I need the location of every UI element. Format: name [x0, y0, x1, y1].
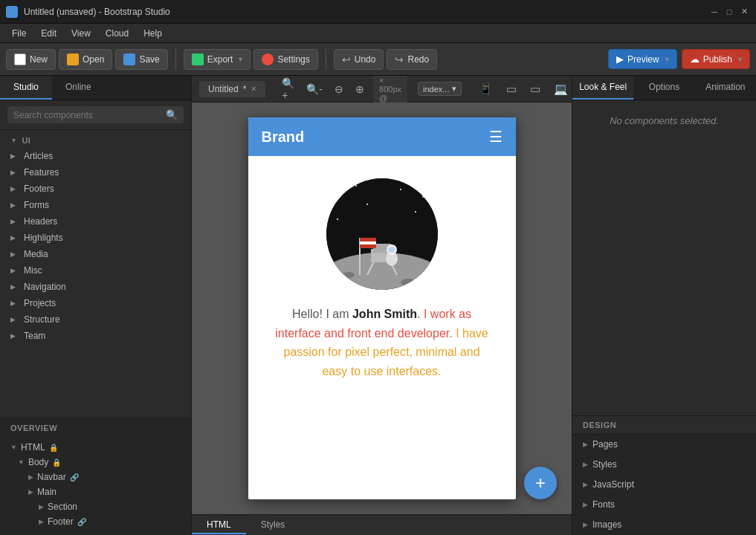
design-styles[interactable]: ▶ Styles [572, 455, 756, 475]
sidebar-left: Studio Online 🔍 ▼ UI ▶ Articles ▶ Featur… [0, 76, 192, 535]
sidebar-tabs: Studio Online [0, 76, 191, 100]
comp-media[interactable]: ▶ Media [0, 246, 191, 262]
ui-section-header[interactable]: ▼ UI [0, 133, 191, 148]
design-fonts[interactable]: ▶ Fonts [572, 495, 756, 515]
headers-chevron: ▶ [10, 218, 16, 225]
publish-button[interactable]: ☁ Publish ▾ [682, 49, 750, 69]
device-mobile-button[interactable]: 📱 [474, 80, 498, 98]
comp-footers[interactable]: ▶ Footers [0, 181, 191, 197]
tab-online[interactable]: Online [52, 76, 105, 100]
new-label: New [30, 54, 48, 65]
preview-button[interactable]: ▶ Preview ▾ [608, 49, 677, 69]
comp-articles[interactable]: ▶ Articles [0, 148, 191, 164]
preview-hero: Hello! I am John Smith. I work as interf… [248, 156, 516, 395]
overview-header: Overview [0, 419, 191, 437]
fab-button[interactable]: + [524, 467, 557, 499]
canvas-tab-close[interactable]: ✕ [251, 85, 256, 93]
export-icon [192, 54, 204, 65]
titlebar: Untitled (unsaved) - Bootstrap Studio ─ … [0, 0, 756, 24]
navbar-link-icon: 🔗 [70, 473, 79, 482]
tree-navbar[interactable]: ▶ Navbar 🔗 [0, 470, 191, 484]
svg-point-4 [343, 272, 355, 278]
svg-rect-16 [360, 241, 376, 244]
tree-section[interactable]: ▶ Section [0, 499, 191, 514]
images-chevron: ▶ [583, 521, 588, 528]
design-images[interactable]: ▶ Images [572, 515, 756, 535]
bottom-tab-styles[interactable]: Styles [246, 516, 300, 534]
tab-look-feel[interactable]: Look & Feel [572, 76, 633, 100]
menubar: File Edit View Cloud Help [0, 24, 756, 43]
preview-dropdown-arrow: ▾ [665, 55, 669, 63]
comp-headers[interactable]: ▶ Headers [0, 213, 191, 230]
body-chevron: ▼ [18, 458, 25, 466]
search-input[interactable] [13, 110, 161, 120]
minimize-button[interactable]: ─ [708, 6, 720, 18]
device-tablet-landscape-button[interactable]: ▭ [525, 80, 546, 98]
svg-rect-17 [360, 244, 376, 248]
window-controls: ─ □ ✕ [708, 6, 750, 18]
comp-forms[interactable]: ▶ Forms [0, 197, 191, 213]
export-button[interactable]: Export ▾ [184, 49, 251, 70]
tab-animation[interactable]: Animation [695, 76, 756, 100]
zoom-in-button[interactable]: 🔍+ [277, 76, 299, 103]
comp-navigation[interactable]: ▶ Navigation [0, 279, 191, 295]
comp-highlights[interactable]: ▶ Highlights [0, 230, 191, 246]
features-chevron: ▶ [10, 169, 16, 176]
svg-point-21 [422, 196, 424, 198]
comp-structure[interactable]: ▶ Structure [0, 311, 191, 328]
settings-button[interactable]: Settings [253, 49, 317, 70]
ui-section-label: UI [22, 136, 30, 145]
menu-help[interactable]: Help [138, 27, 168, 40]
window-title: Untitled (unsaved) - Bootstrap Studio [24, 7, 702, 17]
comp-projects[interactable]: ▶ Projects [0, 295, 191, 311]
navbar-chevron: ▶ [28, 473, 33, 481]
design-pages[interactable]: ▶ Pages [572, 435, 756, 455]
main-layout: Studio Online 🔍 ▼ UI ▶ Articles ▶ Featur… [0, 76, 756, 535]
canvas-viewport[interactable]: Brand ☰ [192, 103, 572, 514]
hamburger-icon: ☰ [489, 128, 503, 146]
bottom-tab-html[interactable]: HTML [192, 516, 246, 534]
design-javascript[interactable]: ▶ JavaScript [572, 475, 756, 495]
zoom-out-button[interactable]: 🔍- [302, 81, 327, 97]
close-button[interactable]: ✕ [738, 6, 750, 18]
menu-file[interactable]: File [6, 27, 32, 40]
menu-edit[interactable]: Edit [35, 27, 62, 40]
comp-team[interactable]: ▶ Team [0, 328, 191, 344]
fab-icon: + [535, 473, 546, 493]
canvas-tab-untitled[interactable]: Untitled * ✕ [199, 81, 265, 97]
save-button[interactable]: Save [115, 49, 167, 70]
hero-text-1: Hello! I am [292, 308, 352, 320]
device-laptop-button[interactable]: 💻 [549, 80, 572, 98]
redo-button[interactable]: ↪ Redo [387, 49, 437, 70]
tree-footer[interactable]: ▶ Footer 🔗 [0, 514, 191, 529]
canvas-tab-name: Untitled [208, 84, 239, 94]
tree-main[interactable]: ▶ Main [0, 484, 191, 499]
footers-chevron: ▶ [10, 185, 16, 192]
restore-button[interactable]: □ [723, 6, 735, 18]
canvas-tab-modified: * [243, 84, 247, 94]
tab-options[interactable]: Options [633, 76, 694, 100]
menu-cloud[interactable]: Cloud [100, 27, 135, 40]
layers-button[interactable]: ⊕ [351, 81, 369, 97]
preview-icon: ▶ [616, 54, 624, 65]
no-selection-area: No components selected. [572, 100, 756, 415]
export-dropdown-arrow: ▾ [239, 55, 242, 63]
undo-button[interactable]: ↩ Undo [334, 49, 384, 70]
overview-tree: ▼ HTML 🔒 ▼ Body 🔒 ▶ Navbar 🔗 ▶ Main [0, 437, 191, 535]
pan-tool-button[interactable]: ⊖ [330, 81, 348, 97]
new-button[interactable]: New [6, 49, 56, 70]
tree-body[interactable]: ▼ Body 🔒 [0, 455, 191, 470]
device-tablet-portrait-button[interactable]: ▭ [501, 80, 522, 98]
tab-studio[interactable]: Studio [0, 76, 52, 100]
comp-misc[interactable]: ▶ Misc [0, 262, 191, 279]
preview-navbar: Brand ☰ [248, 117, 516, 156]
articles-chevron: ▶ [10, 152, 16, 160]
comp-features[interactable]: ▶ Features [0, 164, 191, 181]
menu-view[interactable]: View [65, 27, 97, 40]
open-button[interactable]: Open [59, 49, 112, 70]
new-icon [14, 54, 26, 65]
page-selector[interactable]: index... ▾ [418, 82, 462, 96]
tree-html[interactable]: ▼ HTML 🔒 [0, 440, 191, 455]
redo-label: Redo [407, 54, 429, 65]
save-icon [123, 54, 135, 65]
